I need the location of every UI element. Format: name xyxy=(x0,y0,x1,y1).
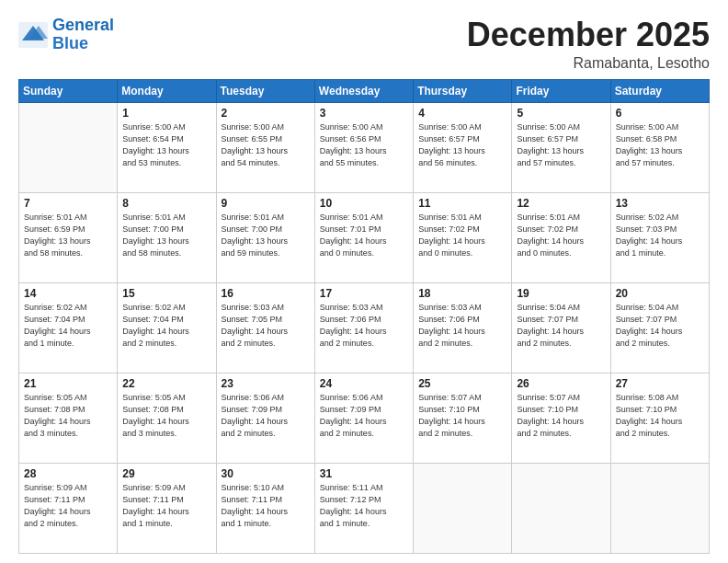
day-number: 24 xyxy=(320,377,408,390)
day-number: 7 xyxy=(24,197,112,210)
table-row xyxy=(414,463,512,553)
day-info: Sunrise: 5:10 AMSunset: 7:11 PMDaylight:… xyxy=(222,482,310,530)
day-info: Sunrise: 5:01 AMSunset: 7:00 PMDaylight:… xyxy=(122,212,210,259)
day-info: Sunrise: 5:03 AMSunset: 7:05 PMDaylight:… xyxy=(222,302,310,350)
day-number: 3 xyxy=(320,107,408,120)
col-friday: Friday xyxy=(512,79,610,102)
table-row: 25Sunrise: 5:07 AMSunset: 7:10 PMDayligh… xyxy=(414,373,512,463)
day-number: 22 xyxy=(122,377,210,390)
col-tuesday: Tuesday xyxy=(216,79,314,102)
table-row xyxy=(19,102,118,192)
table-row: 4Sunrise: 5:00 AMSunset: 6:57 PMDaylight… xyxy=(414,102,512,192)
col-sunday: Sunday xyxy=(19,79,118,102)
table-row: 9Sunrise: 5:01 AMSunset: 7:00 PMDaylight… xyxy=(216,192,314,282)
day-number: 14 xyxy=(24,287,112,300)
table-row: 8Sunrise: 5:01 AMSunset: 7:00 PMDaylight… xyxy=(118,192,216,282)
day-info: Sunrise: 5:03 AMSunset: 7:06 PMDaylight:… xyxy=(418,302,506,350)
header: General Blue December 2025 Ramabanta, Le… xyxy=(18,17,710,72)
day-info: Sunrise: 5:06 AMSunset: 7:09 PMDaylight:… xyxy=(320,392,408,440)
calendar-week-row: 28Sunrise: 5:09 AMSunset: 7:11 PMDayligh… xyxy=(19,463,710,553)
table-row: 3Sunrise: 5:00 AMSunset: 6:56 PMDaylight… xyxy=(314,102,413,192)
day-number: 26 xyxy=(517,377,605,390)
day-info: Sunrise: 5:04 AMSunset: 7:07 PMDaylight:… xyxy=(517,302,605,350)
calendar-week-row: 7Sunrise: 5:01 AMSunset: 6:59 PMDaylight… xyxy=(19,192,710,282)
day-info: Sunrise: 5:00 AMSunset: 6:56 PMDaylight:… xyxy=(320,121,408,169)
table-row: 18Sunrise: 5:03 AMSunset: 7:06 PMDayligh… xyxy=(414,282,512,373)
table-row: 19Sunrise: 5:04 AMSunset: 7:07 PMDayligh… xyxy=(512,282,610,373)
table-row: 2Sunrise: 5:00 AMSunset: 6:55 PMDaylight… xyxy=(216,102,314,192)
table-row: 5Sunrise: 5:00 AMSunset: 6:57 PMDaylight… xyxy=(512,102,610,192)
day-info: Sunrise: 5:11 AMSunset: 7:12 PMDaylight:… xyxy=(320,482,408,530)
table-row: 17Sunrise: 5:03 AMSunset: 7:06 PMDayligh… xyxy=(314,282,413,373)
day-number: 27 xyxy=(616,377,704,390)
day-number: 4 xyxy=(418,107,506,120)
table-row: 30Sunrise: 5:10 AMSunset: 7:11 PMDayligh… xyxy=(216,463,314,553)
day-info: Sunrise: 5:01 AMSunset: 6:59 PMDaylight:… xyxy=(24,212,112,259)
table-row: 11Sunrise: 5:01 AMSunset: 7:02 PMDayligh… xyxy=(414,192,512,282)
day-number: 20 xyxy=(616,287,704,300)
table-row: 23Sunrise: 5:06 AMSunset: 7:09 PMDayligh… xyxy=(216,373,314,463)
day-number: 2 xyxy=(222,107,310,120)
day-number: 5 xyxy=(517,107,605,120)
logo-line2: Blue xyxy=(52,35,114,53)
calendar-table: Sunday Monday Tuesday Wednesday Thursday… xyxy=(18,79,710,554)
day-info: Sunrise: 5:01 AMSunset: 7:02 PMDaylight:… xyxy=(517,212,605,259)
table-row: 14Sunrise: 5:02 AMSunset: 7:04 PMDayligh… xyxy=(19,282,118,373)
day-number: 28 xyxy=(24,467,112,480)
calendar-week-row: 14Sunrise: 5:02 AMSunset: 7:04 PMDayligh… xyxy=(19,282,710,373)
table-row: 15Sunrise: 5:02 AMSunset: 7:04 PMDayligh… xyxy=(118,282,216,373)
table-row xyxy=(512,463,610,553)
logo-icon xyxy=(18,22,48,48)
day-info: Sunrise: 5:05 AMSunset: 7:08 PMDaylight:… xyxy=(24,392,112,440)
day-info: Sunrise: 5:02 AMSunset: 7:04 PMDaylight:… xyxy=(122,302,210,350)
table-row: 7Sunrise: 5:01 AMSunset: 6:59 PMDaylight… xyxy=(19,192,118,282)
logo-line1: General xyxy=(52,17,114,35)
day-number: 30 xyxy=(222,467,310,480)
logo: General Blue xyxy=(18,17,114,53)
day-number: 13 xyxy=(616,197,704,210)
day-info: Sunrise: 5:02 AMSunset: 7:03 PMDaylight:… xyxy=(616,212,704,259)
table-row: 22Sunrise: 5:05 AMSunset: 7:08 PMDayligh… xyxy=(118,373,216,463)
table-row: 1Sunrise: 5:00 AMSunset: 6:54 PMDaylight… xyxy=(118,102,216,192)
day-number: 31 xyxy=(320,467,408,480)
day-number: 9 xyxy=(222,197,310,210)
day-number: 18 xyxy=(418,287,506,300)
table-row: 29Sunrise: 5:09 AMSunset: 7:11 PMDayligh… xyxy=(118,463,216,553)
day-number: 16 xyxy=(222,287,310,300)
table-row: 16Sunrise: 5:03 AMSunset: 7:05 PMDayligh… xyxy=(216,282,314,373)
day-info: Sunrise: 5:00 AMSunset: 6:58 PMDaylight:… xyxy=(616,121,704,169)
day-info: Sunrise: 5:03 AMSunset: 7:06 PMDaylight:… xyxy=(320,302,408,350)
table-row: 26Sunrise: 5:07 AMSunset: 7:10 PMDayligh… xyxy=(512,373,610,463)
day-info: Sunrise: 5:04 AMSunset: 7:07 PMDaylight:… xyxy=(616,302,704,350)
table-row: 13Sunrise: 5:02 AMSunset: 7:03 PMDayligh… xyxy=(610,192,709,282)
col-thursday: Thursday xyxy=(414,79,512,102)
day-info: Sunrise: 5:00 AMSunset: 6:54 PMDaylight:… xyxy=(122,121,210,169)
day-info: Sunrise: 5:01 AMSunset: 7:00 PMDaylight:… xyxy=(222,212,310,259)
day-number: 11 xyxy=(418,197,506,210)
day-info: Sunrise: 5:09 AMSunset: 7:11 PMDaylight:… xyxy=(24,482,112,530)
day-number: 17 xyxy=(320,287,408,300)
table-row: 12Sunrise: 5:01 AMSunset: 7:02 PMDayligh… xyxy=(512,192,610,282)
table-row: 27Sunrise: 5:08 AMSunset: 7:10 PMDayligh… xyxy=(610,373,709,463)
day-number: 21 xyxy=(24,377,112,390)
table-row xyxy=(610,463,709,553)
day-number: 15 xyxy=(122,287,210,300)
table-row: 6Sunrise: 5:00 AMSunset: 6:58 PMDaylight… xyxy=(610,102,709,192)
day-number: 6 xyxy=(616,107,704,120)
table-row: 31Sunrise: 5:11 AMSunset: 7:12 PMDayligh… xyxy=(314,463,413,553)
day-info: Sunrise: 5:05 AMSunset: 7:08 PMDaylight:… xyxy=(122,392,210,440)
location-title: Ramabanta, Lesotho xyxy=(467,55,710,72)
col-saturday: Saturday xyxy=(610,79,709,102)
day-info: Sunrise: 5:07 AMSunset: 7:10 PMDaylight:… xyxy=(418,392,506,440)
day-info: Sunrise: 5:09 AMSunset: 7:11 PMDaylight:… xyxy=(122,482,210,530)
day-number: 12 xyxy=(517,197,605,210)
table-row: 24Sunrise: 5:06 AMSunset: 7:09 PMDayligh… xyxy=(314,373,413,463)
calendar-week-row: 21Sunrise: 5:05 AMSunset: 7:08 PMDayligh… xyxy=(19,373,710,463)
page: General Blue December 2025 Ramabanta, Le… xyxy=(0,0,728,563)
day-info: Sunrise: 5:00 AMSunset: 6:57 PMDaylight:… xyxy=(418,121,506,169)
day-info: Sunrise: 5:00 AMSunset: 6:57 PMDaylight:… xyxy=(517,121,605,169)
day-info: Sunrise: 5:00 AMSunset: 6:55 PMDaylight:… xyxy=(222,121,310,169)
day-info: Sunrise: 5:07 AMSunset: 7:10 PMDaylight:… xyxy=(517,392,605,440)
day-info: Sunrise: 5:01 AMSunset: 7:01 PMDaylight:… xyxy=(320,212,408,259)
day-number: 8 xyxy=(122,197,210,210)
